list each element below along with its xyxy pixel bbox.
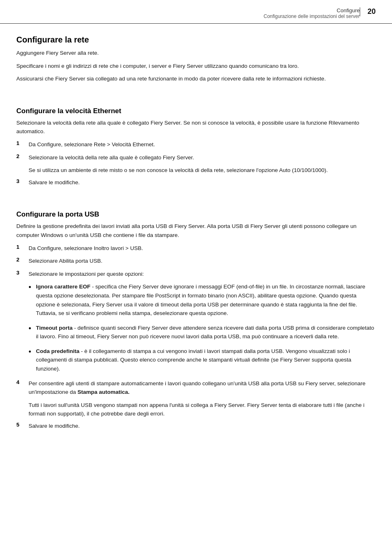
usb-step-num-3: 3 [16, 270, 29, 276]
section-rete-heading: Configurare la rete [16, 35, 376, 45]
page-header: Configure Configurazione delle impostazi… [0, 0, 392, 24]
bullet-item-eof: • Ignora carattere EOF - specifica che F… [29, 282, 376, 317]
ethernet-intro1: Selezionare la velocità della rete alla … [16, 118, 376, 136]
step-num-3: 3 [16, 178, 29, 184]
bullet-content-1: Ignora carattere EOF - specifica che Fie… [36, 282, 376, 317]
usb-step4: 4 Per consentire agli utenti di stampare… [16, 379, 376, 397]
stampa-automatica-label: Stampa automatica. [78, 389, 130, 395]
usb-step-num-5: 5 [16, 422, 29, 428]
usb-step4-note: Tutti i lavori sull'unità USB vengono st… [29, 401, 376, 418]
bullet-content-3: Coda predefinita - è il collegamento di … [36, 347, 376, 373]
usb-step-content-2: Selezionare Abilita porta USB. [29, 257, 376, 266]
main-content: Configurare la rete Aggiungere Fiery Ser… [0, 24, 392, 451]
usb-step5: 5 Salvare le modifiche. [16, 422, 376, 431]
step-num-2: 2 [16, 153, 29, 159]
usb-intro: Definire la gestione predefinita dei lav… [16, 222, 376, 239]
usb-step-num-1: 1 [16, 244, 29, 250]
usb-step-num-4: 4 [16, 379, 29, 385]
usb-step-content-1: Da Configure, selezionare Inoltro lavori… [29, 244, 376, 253]
usb-step-content-5: Salvare le modifiche. [29, 422, 376, 431]
usb-step3: 3 Selezionare le impostazioni per queste… [16, 270, 376, 279]
ethernet-step3: 3 Salvare le modifiche. [16, 178, 376, 187]
bullet-dot-2: • [29, 323, 36, 335]
page: Configure Configurazione delle impostazi… [0, 0, 392, 545]
page-number: 20 [360, 7, 376, 16]
section-ethernet-heading: Configurare la velocità Ethernet [16, 107, 376, 115]
header-text: Configure Configurazione delle impostazi… [264, 7, 360, 19]
usb-step-content-4: Per consentire agli utenti di stampare a… [29, 379, 376, 397]
ethernet-step2: 2 Selezionare la velocità della rete all… [16, 153, 376, 162]
bullet-item-timeout: • Timeout porta - definisce quanti secon… [29, 324, 376, 341]
ethernet-step1: 1 Da Configure, selezionare Rete > Veloc… [16, 140, 376, 149]
usb-step2: 2 Selezionare Abilita porta USB. [16, 257, 376, 266]
bullet-item-coda: • Coda predefinita - è il collegamento d… [29, 347, 376, 373]
bullet-dot-1: • [29, 281, 36, 293]
ethernet-step2-note: Se si utilizza un ambiente di rete misto… [29, 166, 376, 175]
step-num-1: 1 [16, 140, 29, 146]
usb-step-num-2: 2 [16, 257, 29, 263]
usb-step1: 1 Da Configure, selezionare Inoltro lavo… [16, 244, 376, 253]
usb-options-list: • Ignora carattere EOF - specifica che F… [29, 282, 376, 373]
section-usb-heading: Configurare la porta USB [16, 210, 376, 219]
step-content-2: Selezionare la velocità della rete alla … [29, 153, 376, 162]
rete-intro1: Aggiungere Fiery Server alla rete. [16, 49, 376, 58]
step-content-1: Da Configure, selezionare Rete > Velocit… [29, 140, 376, 149]
bullet-term-2: Timeout porta [36, 325, 73, 331]
rete-intro3: Assicurarsi che Fiery Server sia collega… [16, 74, 376, 83]
bullet-dot-3: • [29, 346, 36, 358]
bullet-term-3: Coda predefinita [36, 348, 80, 354]
usb-step-content-3: Selezionare le impostazioni per queste o… [29, 270, 376, 279]
bullet-term-1: Ignora carattere EOF [36, 284, 91, 290]
header-title: Configure [264, 7, 360, 13]
bullet-content-2: Timeout porta - definisce quanti secondi… [36, 324, 376, 341]
step-content-3: Salvare le modifiche. [29, 178, 376, 187]
header-subtitle: Configurazione delle impostazioni del se… [264, 13, 360, 19]
rete-intro2: Specificare i nomi e gli indirizzi di re… [16, 62, 376, 71]
